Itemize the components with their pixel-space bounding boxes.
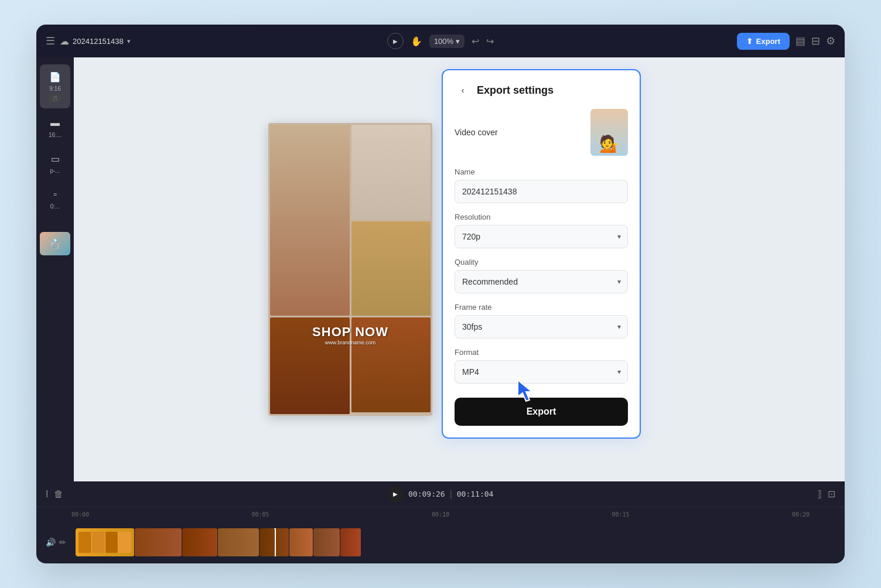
16-9-icon: ▬: [49, 117, 62, 129]
menu-icon[interactable]: ☰: [46, 35, 55, 47]
format-group: Format MP4 MOV AVI ▾: [455, 348, 628, 384]
video-preview: SHOP NOW www.brandname.com: [268, 123, 432, 416]
timeline-area: I 🗑 ▶ 00:09:26 | 00:11:04 ⟧ ⊡ 00:00 00:0…: [36, 481, 845, 563]
panel-header: ‹ Export settings: [455, 82, 628, 98]
project-selector[interactable]: ☁ 202412151438 ▾: [60, 36, 131, 47]
sidebar-item-4[interactable]: ▫ 0:...: [40, 182, 70, 216]
export-submit-button[interactable]: Export: [455, 398, 628, 426]
top-bar-left: ☰ ☁ 202412151438 ▾: [46, 35, 380, 47]
resolution-select[interactable]: 720p 1080p 480p 360p: [455, 225, 628, 248]
track-side-controls: 🔊 ✏: [46, 538, 66, 547]
format-select-wrapper: MP4 MOV AVI ▾: [455, 360, 628, 384]
export-button-top[interactable]: ⬆ Export: [737, 33, 790, 50]
clip-segment-6[interactable]: [289, 528, 313, 556]
timeline-right-icons: ⟧ ⊡: [817, 488, 835, 500]
quality-select[interactable]: Recommended High Medium Low: [455, 270, 628, 293]
ruler-mark-0: 00:00: [71, 511, 89, 518]
ruler-mark-4: 00:20: [792, 511, 810, 518]
playhead-line: [275, 528, 276, 556]
cloud-icon: ☁: [60, 36, 69, 47]
thumbnail-image: 💍: [40, 232, 70, 255]
framerate-select[interactable]: 30fps 24fps 60fps: [455, 315, 628, 339]
current-time: 00:09:26: [408, 490, 445, 498]
layout-icon[interactable]: ▤: [795, 35, 805, 47]
sidebar-item-1[interactable]: 📄 9:16 🎵: [40, 64, 70, 108]
export-panel: ‹ Export settings Video cover 💁 Name: [442, 69, 641, 439]
top-bar: ☰ ☁ 202412151438 ▾ ▶ ✋ 100% ▾ ↩ ↪ ⬆ Expo…: [36, 25, 845, 57]
timeline-controls: I 🗑 ▶ 00:09:26 | 00:11:04 ⟧ ⊡: [36, 481, 845, 507]
video-cover-label: Video cover: [455, 128, 498, 137]
collage-cell-1: [270, 125, 350, 316]
trash-icon[interactable]: 🗑: [54, 489, 63, 500]
sidebar-thumbnail[interactable]: 💍: [40, 232, 70, 255]
panel-title: Export settings: [477, 84, 554, 97]
timeline-ruler: 00:00 00:05 00:10 00:15 00:20: [36, 507, 845, 521]
collage-cell-2: [351, 125, 431, 220]
clip-segment-3[interactable]: [182, 528, 217, 556]
ruler-mark-1: 00:05: [251, 511, 269, 518]
zoom-control[interactable]: 100% ▾: [429, 35, 465, 48]
undo-icon[interactable]: ↩: [472, 36, 479, 47]
play-icon[interactable]: ▶: [387, 33, 404, 49]
video-cover-section: Video cover 💁: [455, 109, 628, 156]
volume-icon[interactable]: 🔊: [46, 538, 56, 547]
zoom-level: 100%: [434, 37, 453, 46]
clip-segment-7[interactable]: [313, 528, 340, 556]
framerate-label: Frame rate: [455, 303, 628, 312]
sidebar-item-2[interactable]: ▬ 16:...: [40, 111, 70, 144]
audio-icon[interactable]: ⟧: [817, 488, 822, 500]
format-label: Format: [455, 348, 628, 357]
track-clips[interactable]: [76, 528, 835, 556]
clip-segment-2[interactable]: [135, 528, 182, 556]
timeline-play-button[interactable]: ▶: [387, 486, 404, 502]
caption-icon[interactable]: ⊡: [828, 488, 835, 500]
canvas-area[interactable]: SHOP NOW www.brandname.com ‹ Export sett…: [74, 57, 845, 481]
split-icon[interactable]: ⊟: [811, 35, 820, 47]
format-select[interactable]: MP4 MOV AVI: [455, 360, 628, 384]
framerate-group: Frame rate 30fps 24fps 60fps ▾: [455, 303, 628, 339]
sidebar-label-4: 0:...: [50, 203, 60, 210]
top-bar-right: ⬆ Export ▤ ⊟ ⚙: [501, 33, 835, 50]
top-bar-center: ▶ ✋ 100% ▾ ↩ ↪: [387, 33, 494, 49]
quality-group: Quality Recommended High Medium Low ▾: [455, 258, 628, 293]
quality-label: Quality: [455, 258, 628, 266]
quality-select-wrapper: Recommended High Medium Low ▾: [455, 270, 628, 293]
hand-icon[interactable]: ✋: [411, 36, 422, 47]
ruler-marks: 00:00 00:05 00:10 00:15 00:20: [71, 511, 810, 518]
left-sidebar: 📄 9:16 🎵 ▬ 16:... ▭ p-... ▫ 0:...: [36, 57, 74, 481]
project-name: 202412151438: [73, 37, 124, 46]
clip-segment-5[interactable]: [259, 528, 289, 556]
settings-icon[interactable]: ⚙: [826, 35, 835, 47]
name-label: Name: [455, 167, 628, 176]
resolution-group: Resolution 720p 1080p 480p 360p ▾: [455, 213, 628, 248]
video-cover-thumbnail[interactable]: 💁: [590, 109, 628, 156]
edit-icon[interactable]: ✏: [59, 538, 66, 547]
time-separator: |: [450, 489, 452, 500]
document-icon: 📄: [49, 70, 62, 83]
text-cursor-icon[interactable]: I: [46, 489, 48, 500]
shop-now-subtitle: www.brandname.com: [312, 340, 388, 346]
shop-now-text: SHOP NOW: [312, 324, 388, 340]
back-button[interactable]: ‹: [455, 82, 471, 98]
playhead-triangle: [272, 528, 278, 529]
clip-segment-8[interactable]: [340, 528, 361, 556]
collage-cell-3: [351, 221, 431, 316]
video-collage: [268, 123, 432, 416]
timeline-left-icons: I 🗑: [46, 489, 63, 500]
total-time: 00:11:04: [457, 490, 494, 498]
ruler-mark-3: 00:15: [612, 511, 629, 518]
clip-segment-1[interactable]: [76, 528, 134, 556]
timeline-playhead: ▶ 00:09:26 | 00:11:04: [70, 486, 810, 502]
timeline-tracks: 🔊 ✏: [36, 521, 845, 563]
shop-now-overlay: SHOP NOW www.brandname.com: [312, 324, 388, 346]
sidebar-label-2: 16:...: [49, 132, 62, 138]
export-icon: ⬆: [746, 37, 753, 46]
resolution-label: Resolution: [455, 213, 628, 221]
sidebar-label-3: p-...: [50, 167, 60, 174]
clip-segment-4[interactable]: [218, 528, 259, 556]
sidebar-item-3[interactable]: ▭ p-...: [40, 146, 70, 180]
resolution-select-wrapper: 720p 1080p 480p 360p ▾: [455, 225, 628, 248]
redo-icon[interactable]: ↪: [486, 36, 494, 47]
name-group: Name: [455, 167, 628, 203]
name-input[interactable]: [455, 180, 628, 203]
